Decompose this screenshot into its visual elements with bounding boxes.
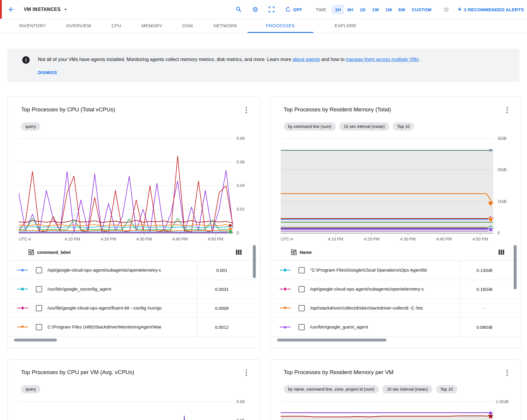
x-axis <box>19 233 233 234</box>
chevron-down-icon[interactable] <box>63 7 68 12</box>
column-divider <box>197 261 197 336</box>
table-row[interactable]: "C:\Program Files\Google\Cloud Operation… <box>270 261 521 280</box>
search-icon[interactable] <box>235 6 242 13</box>
process-value: 0.13GiB <box>460 268 509 273</box>
filter-chip[interactable]: by name, command line, zone, project id … <box>284 385 379 393</box>
table-row[interactable]: /opt/stackdriver/collectd/sbin/stackdriv… <box>270 299 521 318</box>
tab-explore[interactable]: EXPLORE <box>325 19 367 33</box>
process-name: C:\Program Files (x86)\Stackdriver\Monit… <box>47 324 196 330</box>
row-checkbox[interactable] <box>36 305 42 311</box>
series-marker <box>17 268 28 272</box>
columns-icon[interactable] <box>236 250 242 255</box>
auto-refresh-toggle[interactable]: OFF <box>285 6 302 13</box>
series-marker <box>17 287 28 291</box>
chart-title: Top Processes by CPU per VM (Avg. vCPUs) <box>21 369 134 376</box>
table-row[interactable]: /usr/lib/google-cloud-ops-agent/fluent-b… <box>8 299 260 318</box>
process-value: - <box>460 306 509 311</box>
x-tick-label: 4:30 PM <box>131 237 157 241</box>
filter-chip-query[interactable]: query <box>21 385 40 393</box>
y-tick-label: 3GiB <box>497 136 507 141</box>
toolbar-actions: ⚙ OFF TIME 1H 6H 1D 1W 1M 6W CUSTOM ☆ + … <box>235 5 527 15</box>
agents-info-banner: i Not all of your VMs have agents instal… <box>7 49 520 82</box>
manage-vms-link[interactable]: manage them across multiple VMs <box>346 57 419 62</box>
tab-cpu[interactable]: CPU <box>101 19 131 33</box>
table-row[interactable]: /opt/google-cloud-ops-agent/subagents/op… <box>270 280 521 299</box>
x-tick-label: 4:40 PM <box>431 237 457 241</box>
time-range-6w[interactable]: 6W <box>395 5 408 15</box>
y-tick-label: 0.08 <box>237 136 245 141</box>
y-tick-label: 0.06 <box>237 160 245 164</box>
tab-network[interactable]: NETWORK <box>203 19 247 33</box>
row-checkbox[interactable] <box>298 286 305 292</box>
table-row[interactable]: /usr/bin/google_guest_agent 0.08GiB <box>270 318 521 337</box>
vertical-scrollbar[interactable] <box>514 245 517 289</box>
table-row[interactable]: /usr/bin/google_osconfig_agent 0.0031 <box>8 280 260 299</box>
plus-icon: + <box>458 6 461 13</box>
select-all-icon[interactable] <box>291 249 297 255</box>
more-options-icon[interactable] <box>244 106 248 116</box>
time-range-1w[interactable]: 1W <box>369 5 382 15</box>
filter-chip[interactable]: Top 10 <box>393 122 414 131</box>
time-range-1d[interactable]: 1D <box>357 5 369 15</box>
series-marker <box>280 287 290 291</box>
row-checkbox[interactable] <box>298 267 305 273</box>
filter-chip[interactable]: 10 sec interval (mean) <box>382 385 432 393</box>
y-tick-label: 0.04 <box>237 183 245 188</box>
time-range-1m[interactable]: 1M <box>382 5 395 15</box>
table-header-label: Name <box>300 250 312 255</box>
y-tick-label: 0 <box>237 230 239 235</box>
series-marker <box>17 325 28 329</box>
x-axis <box>281 233 493 234</box>
tab-disk[interactable]: DISK <box>172 19 203 33</box>
time-label: TIME <box>316 7 326 12</box>
filter-chip[interactable]: 10 sec interval (mean) <box>339 122 389 131</box>
cpu-total-chart <box>19 138 233 233</box>
more-options-icon[interactable] <box>505 106 509 116</box>
columns-icon[interactable] <box>499 250 504 255</box>
table-header-label: command_label <box>37 250 71 255</box>
vertical-scrollbar[interactable] <box>253 245 256 278</box>
tab-overview[interactable]: OVERVIEW <box>56 19 101 33</box>
row-checkbox[interactable] <box>298 305 305 311</box>
process-name: /opt/google-cloud-ops-agent/subagents/op… <box>310 286 456 292</box>
page-title[interactable]: VM INSTANCES <box>24 7 61 12</box>
row-checkbox[interactable] <box>36 286 42 292</box>
cpu-per-vm-chart <box>19 402 233 420</box>
dismiss-button[interactable]: DISMISS <box>38 70 57 75</box>
horizontal-scrollbar[interactable] <box>277 339 387 342</box>
time-range-custom[interactable]: CUSTOM <box>408 5 435 15</box>
fullscreen-icon[interactable] <box>268 6 275 13</box>
back-button[interactable] <box>8 6 15 13</box>
more-options-icon[interactable] <box>505 368 509 379</box>
x-tick-label: 4:20 PM <box>358 237 385 241</box>
horizontal-scrollbar[interactable] <box>14 339 57 342</box>
tab-processes[interactable]: PROCESSES <box>247 19 313 33</box>
filter-chip-query[interactable]: query <box>21 122 40 131</box>
star-icon[interactable]: ☆ <box>443 6 450 13</box>
filter-chip[interactable]: by command line (sum) <box>284 122 336 131</box>
process-name: /usr/lib/google-cloud-ops-agent/fluent-b… <box>47 305 196 311</box>
tab-memory[interactable]: MEMORY <box>131 19 172 33</box>
more-options-icon[interactable] <box>244 368 248 379</box>
row-checkbox[interactable] <box>36 267 42 273</box>
refresh-state-label: OFF <box>293 7 302 12</box>
recommended-alerts-button[interactable]: + 3 RECOMMENDED ALERTS <box>458 6 524 13</box>
about-agents-link[interactable]: about agents <box>293 57 320 62</box>
select-all-icon[interactable] <box>28 249 34 255</box>
time-range-1h[interactable]: 1H <box>332 5 344 15</box>
process-name: /usr/bin/google_guest_agent <box>310 324 456 330</box>
gear-icon[interactable]: ⚙ <box>252 6 258 13</box>
time-range-6h[interactable]: 6H <box>344 5 357 15</box>
process-value: 0.08GiB <box>460 325 509 330</box>
table-row[interactable]: /opt/google-cloud-ops-agent/subagents/op… <box>8 261 260 280</box>
series-marker <box>17 306 28 310</box>
x-tick-label: 4:50 PM <box>467 237 494 241</box>
table-row[interactable]: C:\Program Files (x86)\Stackdriver\Monit… <box>8 318 260 337</box>
y-tick-label: 0.02 <box>237 207 245 211</box>
column-divider <box>459 261 460 336</box>
filter-chip[interactable]: Top 10 <box>436 385 457 393</box>
tab-inventory[interactable]: INVENTORY <box>9 19 56 33</box>
row-checkbox[interactable] <box>298 324 305 330</box>
process-name: /opt/stackdriver/collectd/sbin/stackdriv… <box>310 305 456 311</box>
row-checkbox[interactable] <box>36 324 42 330</box>
